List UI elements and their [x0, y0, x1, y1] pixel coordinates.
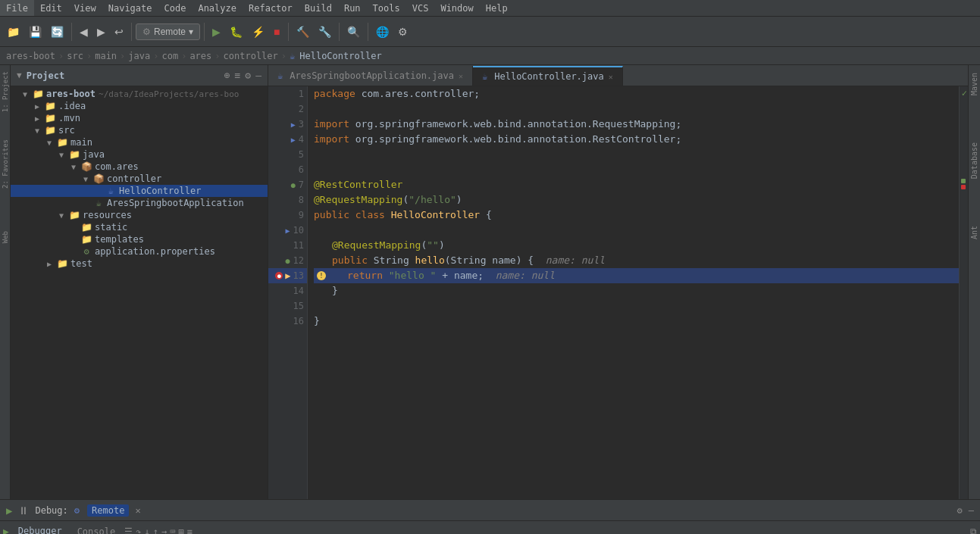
- breadcrumb-main[interactable]: main: [95, 51, 117, 61]
- breadcrumb-java[interactable]: java: [128, 51, 150, 61]
- debug-layout-icon[interactable]: ☰: [124, 526, 133, 535]
- toolbar-save-btn[interactable]: 💾: [25, 23, 45, 40]
- gutter-3: ▶3: [268, 117, 307, 132]
- tab-hellocontroller[interactable]: ☕ HelloController.java ✕: [473, 66, 623, 86]
- menu-analyze[interactable]: Analyze: [192, 0, 243, 16]
- code-line-12: public String hello(String name) { name:…: [314, 253, 959, 268]
- main-area: 1: Project 2: Favorites Web ▼ Project ⊕ …: [0, 65, 980, 499]
- menu-window[interactable]: Window: [434, 0, 479, 16]
- toolbar-run-btn[interactable]: ▶: [208, 23, 224, 40]
- remote-button[interactable]: ⚙ Remote ▾: [136, 23, 200, 40]
- debug-tab-console[interactable]: Console: [71, 523, 122, 535]
- tree-item-static[interactable]: ▶ 📁 static: [11, 221, 268, 233]
- menu-navigate[interactable]: Navigate: [102, 0, 158, 16]
- menu-vcs[interactable]: VCS: [406, 0, 435, 16]
- close-icon[interactable]: —: [255, 70, 261, 81]
- breadcrumb-hellocontroller[interactable]: HelloController: [299, 51, 381, 61]
- tree-item-main[interactable]: ▼ 📁 main: [11, 136, 268, 148]
- project-header-icons: ⊕ ≡ ⚙ —: [224, 70, 261, 81]
- toolbar-search-btn[interactable]: 🔍: [343, 23, 364, 40]
- breadcrumb-ares-boot[interactable]: ares-boot: [6, 51, 55, 61]
- breadcrumb-com[interactable]: com: [161, 51, 178, 61]
- menu-view[interactable]: View: [68, 0, 102, 16]
- menu-file[interactable]: File: [0, 0, 34, 16]
- tree-item-controller[interactable]: ▼ 📦 controller: [11, 173, 268, 185]
- toolbar-run-with-coverage-btn[interactable]: ⚡: [248, 23, 268, 40]
- separator-5: [339, 23, 340, 41]
- gear-icon[interactable]: ⚙: [245, 70, 251, 81]
- tree-item-templates[interactable]: ▶ 📁 templates: [11, 233, 268, 245]
- toolbar-build-btn[interactable]: 🔨: [293, 23, 313, 40]
- code-line-13: ! return "hello " + name; name: null: [314, 268, 959, 283]
- tree-item-test[interactable]: ▶ 📁 test: [11, 258, 268, 270]
- debug-step-out-icon[interactable]: ↑: [153, 526, 158, 535]
- debug-step-into-icon[interactable]: ↓: [144, 526, 149, 535]
- debug-evaluate-icon[interactable]: ⌨: [170, 526, 175, 535]
- debug-settings-icon[interactable]: ⚙: [957, 505, 963, 516]
- collapse-icon[interactable]: ≡: [235, 70, 241, 81]
- breadcrumb-ares[interactable]: ares: [189, 51, 211, 61]
- menu-tools[interactable]: Tools: [367, 0, 406, 16]
- right-tab-ant[interactable]: Ant: [969, 221, 979, 244]
- side-tab-project[interactable]: 1: Project: [1, 65, 10, 118]
- menu-run[interactable]: Run: [338, 0, 367, 16]
- menu-build[interactable]: Build: [299, 0, 338, 16]
- breadcrumb-src[interactable]: src: [67, 51, 83, 61]
- debug-run-icon[interactable]: ▶: [6, 504, 12, 517]
- toolbar-sdk-btn[interactable]: 🔧: [315, 23, 335, 40]
- breadcrumb: ares-boot › src › main › java › com › ar…: [0, 47, 980, 65]
- editor-scrollbar[interactable]: ✓: [959, 86, 968, 499]
- tab-aresapp[interactable]: ☕ AresSpringbootApplication.java ✕: [268, 66, 473, 86]
- locate-icon[interactable]: ⊕: [224, 70, 230, 81]
- debug-list-icon[interactable]: ≡: [187, 526, 193, 535]
- debug-grid-icon[interactable]: ⊞: [178, 526, 183, 535]
- tree-item-src[interactable]: ▼ 📁 src: [11, 124, 268, 136]
- debug-step-over-icon[interactable]: ↷: [136, 526, 141, 535]
- debug-pause-icon[interactable]: ⏸: [18, 504, 29, 517]
- menu-edit[interactable]: Edit: [34, 0, 68, 16]
- code-line-2: [314, 101, 959, 117]
- tree-item-java[interactable]: ▼ 📁 java: [11, 148, 268, 161]
- toolbar-sync-btn[interactable]: 🔄: [47, 23, 67, 40]
- debug-minimize-icon[interactable]: —: [969, 505, 974, 516]
- tree-item-idea[interactable]: ▶ 📁 .idea: [11, 100, 268, 112]
- debug-run-to-cursor-icon[interactable]: →: [161, 526, 167, 535]
- toolbar-back-btn[interactable]: ◀: [76, 23, 92, 40]
- tree-item-hellocontroller[interactable]: ▶ ☕ HelloController: [11, 185, 268, 197]
- menu-bar: File Edit View Navigate Code Analyze Ref…: [0, 0, 980, 17]
- debug-close-icon[interactable]: ✕: [135, 505, 140, 516]
- right-tab-database[interactable]: Database: [969, 138, 979, 183]
- code-editor[interactable]: package com.ares.controller; import org.…: [308, 86, 959, 499]
- menu-refactor[interactable]: Refactor: [243, 0, 299, 16]
- toolbar-stop-btn[interactable]: ■: [270, 23, 283, 40]
- side-tab-web[interactable]: Web: [1, 225, 10, 249]
- gutter-4: ▶4: [268, 132, 307, 147]
- tree-item-aresapp[interactable]: ▶ ☕ AresSpringbootApplication: [11, 197, 268, 209]
- scroll-marker-green: [961, 179, 966, 183]
- debug-remote-label[interactable]: Remote: [87, 504, 129, 517]
- toolbar-extra-btn[interactable]: ⚙: [394, 23, 412, 40]
- tree-item-appprops[interactable]: ▶ ⚙ application.properties: [11, 245, 268, 258]
- tree-item-com-ares[interactable]: ▼ 📦 com.ares: [11, 161, 268, 173]
- tree-item-mvn[interactable]: ▶ 📁 .mvn: [11, 112, 268, 124]
- toolbar-forward-btn[interactable]: ▶: [93, 23, 109, 40]
- right-tab-maven[interactable]: Maven: [969, 68, 979, 100]
- tree-item-root[interactable]: ▼ 📁 ares-boot ~/data/IdeaProjects/ares-b…: [11, 88, 268, 100]
- tab-hellocontroller-close[interactable]: ✕: [609, 73, 613, 81]
- debug-resume-icon[interactable]: ▶: [3, 526, 9, 534]
- menu-help[interactable]: Help: [480, 0, 514, 16]
- toolbar-vcs-btn[interactable]: 🌐: [372, 23, 393, 40]
- side-tab-favorites[interactable]: 2: Favorites: [1, 133, 10, 195]
- debug-tab-debugger[interactable]: Debugger: [12, 523, 68, 535]
- menu-code[interactable]: Code: [158, 0, 193, 16]
- debug-panel: ▶ ⏸ Debug: ⚙ Remote ✕ ⚙ — ▶ Debugger Con…: [0, 499, 980, 534]
- tree-item-resources[interactable]: ▼ 📁 resources: [11, 209, 268, 221]
- tab-aresapp-close[interactable]: ✕: [459, 72, 463, 80]
- breadcrumb-controller[interactable]: controller: [224, 51, 278, 61]
- gutter-9: 9: [268, 208, 307, 223]
- debug-restore-icon[interactable]: ⧉: [970, 526, 977, 535]
- tree-label-test: test: [70, 258, 92, 269]
- toolbar-debug-btn[interactable]: 🐛: [226, 23, 246, 40]
- toolbar-undo-btn[interactable]: ↩: [111, 23, 127, 40]
- toolbar-open-btn[interactable]: 📁: [3, 23, 23, 40]
